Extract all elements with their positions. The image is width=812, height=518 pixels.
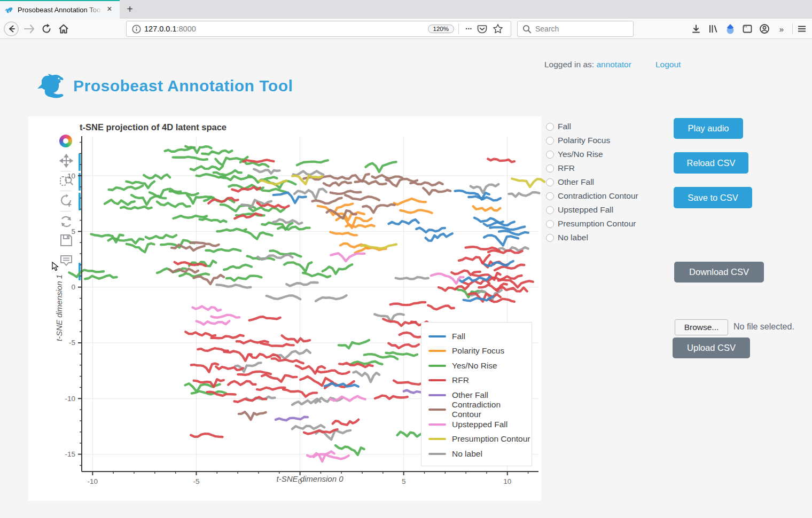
contour-glyph-no-label[interactable] — [258, 255, 293, 260]
contour-glyph-no-label[interactable] — [293, 171, 324, 175]
contour-glyph-no-label[interactable] — [277, 350, 310, 359]
contour-glyph-contradiction-contour[interactable] — [345, 195, 379, 200]
new-tab-button[interactable]: + — [123, 2, 137, 16]
contour-glyph-no-label[interactable] — [286, 282, 317, 286]
contour-glyph-yes-no-rise[interactable] — [278, 227, 309, 230]
contour-glyph-no-label[interactable] — [499, 247, 528, 251]
contour-glyph-yes-no-rise[interactable] — [202, 151, 232, 154]
contour-glyph-rfr[interactable] — [191, 364, 218, 372]
legend-item[interactable]: Presumption Contour — [421, 432, 532, 447]
contour-glyph-yes-no-rise[interactable] — [206, 249, 240, 252]
contour-glyph-yes-no-rise[interactable] — [200, 218, 227, 222]
contour-glyph-yes-no-rise[interactable] — [121, 207, 152, 209]
contour-glyph-contradiction-contour[interactable] — [355, 181, 386, 185]
radio-button[interactable] — [546, 178, 554, 186]
pocket-icon[interactable] — [477, 24, 487, 34]
contour-glyph-yes-no-rise[interactable] — [191, 166, 223, 170]
contour-glyph-upstepped-fall[interactable] — [331, 253, 364, 261]
window-button[interactable] — [739, 21, 755, 37]
contour-glyph-rfr[interactable] — [317, 371, 349, 374]
contour-glyph-yes-no-rise[interactable] — [91, 234, 123, 242]
contour-glyph-yes-no-rise[interactable] — [245, 232, 272, 239]
contour-glyph-rfr[interactable] — [262, 374, 296, 382]
reload-csv-button[interactable]: Reload CSV — [674, 152, 748, 174]
contour-glyph-rfr[interactable] — [257, 388, 285, 390]
contour-glyph-rfr[interactable] — [224, 351, 252, 361]
contour-glyph-rfr[interactable] — [495, 265, 524, 270]
contour-glyph-yes-no-rise[interactable] — [365, 162, 396, 172]
contour-glyph-no-label[interactable] — [267, 296, 301, 300]
contour-glyph-rfr[interactable] — [261, 343, 294, 346]
logout-link[interactable]: Logout — [655, 60, 681, 69]
contour-glyph-fall[interactable] — [274, 193, 306, 203]
radio-button[interactable] — [546, 123, 554, 131]
download-csv-button[interactable]: Download CSV — [674, 262, 764, 282]
radio-button[interactable] — [546, 220, 554, 228]
contour-glyph-contradiction-contour[interactable] — [324, 182, 351, 186]
contour-glyph-rfr[interactable] — [228, 381, 256, 385]
contour-glyph-fall[interactable] — [484, 222, 514, 226]
contour-glyph-yes-no-rise[interactable] — [217, 229, 246, 232]
forward-button[interactable] — [21, 21, 37, 37]
url-bar[interactable]: 127.0.0.1:8000 120% ••• — [126, 21, 511, 37]
zoom-level-badge[interactable]: 120% — [428, 25, 454, 33]
menu-button[interactable] — [794, 21, 810, 37]
legend-item[interactable]: RFR — [421, 373, 532, 388]
radio-button[interactable] — [546, 164, 554, 172]
contour-glyph-yes-no-rise[interactable] — [69, 270, 104, 277]
contour-glyph-yes-no-rise[interactable] — [303, 273, 330, 277]
contour-glyph-yes-no-rise[interactable] — [157, 202, 190, 207]
contour-glyph-yes-no-rise[interactable] — [109, 186, 143, 190]
radio-button[interactable] — [546, 137, 554, 145]
contour-glyph-yes-no-rise[interactable] — [224, 265, 252, 270]
radio-button[interactable] — [546, 206, 554, 214]
info-icon[interactable] — [132, 25, 141, 34]
contour-glyph-no-label[interactable] — [292, 425, 324, 429]
contour-glyph-yes-no-rise[interactable] — [214, 170, 241, 175]
browser-tab[interactable]: Prosobeast Annotation Too × — [0, 0, 120, 19]
contour-glyph-polarity-focus[interactable] — [400, 210, 432, 213]
contour-glyph-yes-no-rise[interactable] — [297, 160, 328, 165]
contour-glyph-upstepped-fall[interactable] — [431, 273, 464, 284]
reload-button[interactable] — [38, 21, 54, 37]
contour-glyph-rfr[interactable] — [383, 319, 416, 326]
contour-glyph-no-label[interactable] — [396, 277, 428, 279]
contour-glyph-polarity-focus[interactable] — [473, 206, 501, 210]
legend-item[interactable]: Yes/No Rise — [421, 358, 532, 373]
legend-item[interactable]: Contradiction Contour — [421, 403, 532, 418]
contour-glyph-yes-no-rise[interactable] — [284, 262, 311, 271]
contour-glyph-rfr[interactable] — [459, 255, 490, 263]
contour-glyph-rfr[interactable] — [428, 305, 454, 310]
radio-button[interactable] — [546, 151, 554, 159]
legend-item[interactable]: Fall — [421, 329, 532, 344]
radio-button[interactable] — [546, 234, 554, 242]
upload-csv-button[interactable]: Upload CSV — [673, 338, 750, 358]
contour-glyph-contradiction-contour[interactable] — [171, 245, 205, 250]
contour-glyph-contradiction-contour[interactable] — [423, 188, 450, 194]
contour-glyph-yes-no-rise[interactable] — [146, 235, 176, 239]
contour-glyph-fall[interactable] — [426, 233, 452, 241]
contour-glyph-rfr[interactable] — [185, 332, 215, 336]
contour-glyph-rfr[interactable] — [488, 159, 514, 162]
contour-glyph-rfr[interactable] — [235, 397, 267, 402]
contour-glyph-yes-no-rise[interactable] — [108, 238, 144, 244]
contour-glyph-rfr[interactable] — [244, 160, 274, 162]
contour-glyph-rfr[interactable] — [272, 359, 303, 364]
library-button[interactable] — [705, 21, 721, 37]
contour-glyph-fall[interactable] — [484, 236, 518, 246]
contour-glyph-yes-no-rise[interactable] — [105, 200, 135, 205]
contour-glyph-no-label[interactable] — [509, 192, 539, 197]
radio-button[interactable] — [546, 192, 554, 200]
legend-item[interactable]: Polarity Focus — [421, 344, 532, 359]
home-button[interactable] — [56, 21, 72, 37]
contour-glyph-yes-no-rise[interactable] — [364, 354, 398, 359]
contour-glyph-yes-no-rise[interactable] — [227, 276, 261, 280]
contour-glyph-no-label[interactable] — [254, 169, 279, 174]
contour-glyph-fall[interactable] — [469, 197, 501, 201]
addon-button[interactable] — [722, 21, 738, 37]
contour-glyph-upstepped-fall[interactable] — [211, 315, 239, 318]
contour-glyph-no-label[interactable] — [316, 295, 347, 301]
contour-glyph-rfr[interactable] — [282, 335, 310, 342]
contour-glyph-other-fall[interactable] — [276, 417, 308, 420]
legend-item[interactable]: No label — [421, 446, 532, 461]
